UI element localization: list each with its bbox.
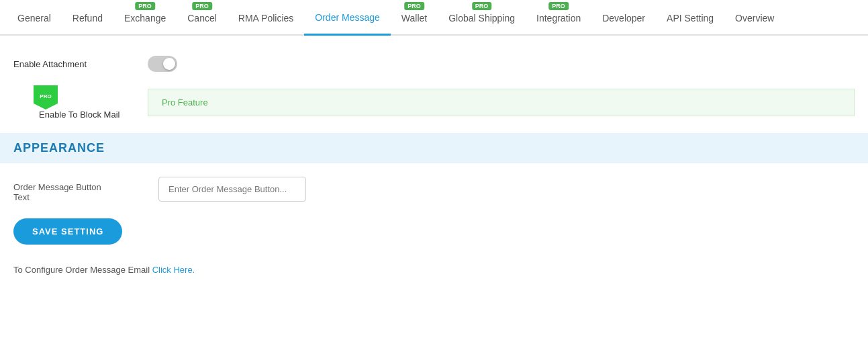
button-text-label: Order Message Button Text bbox=[13, 177, 148, 202]
nav-item-general[interactable]: General bbox=[7, 1, 62, 34]
nav-item-refund[interactable]: Refund bbox=[62, 1, 113, 34]
appearance-title: APPEARANCE bbox=[13, 141, 105, 155]
nav-item-integration[interactable]: PRO Integration bbox=[526, 1, 591, 34]
nav-item-exchange[interactable]: PRO Exchange bbox=[113, 1, 177, 34]
nav-item-overview[interactable]: Overview bbox=[724, 1, 785, 34]
save-setting-button[interactable]: SAVE SETTING bbox=[13, 218, 122, 245]
enable-block-mail-row: PRO Enable To Block Mail Pro Feature bbox=[13, 85, 855, 120]
pro-badge-wallet: PRO bbox=[404, 2, 424, 10]
nav-label-global-shipping: Global Shipping bbox=[448, 13, 515, 24]
nav-item-rma-policies[interactable]: RMA Policies bbox=[228, 1, 304, 34]
button-text-label-line2: Text bbox=[13, 192, 30, 202]
pro-badge-global-shipping: PRO bbox=[472, 2, 492, 10]
nav-item-api-setting[interactable]: API Setting bbox=[656, 1, 724, 34]
nav-label-api-setting: API Setting bbox=[667, 13, 714, 24]
appearance-section-header: APPEARANCE bbox=[0, 133, 868, 163]
nav-label-developer: Developer bbox=[602, 13, 645, 24]
footer-static-text: To Configure Order Message Email bbox=[13, 265, 152, 275]
nav-item-cancel[interactable]: PRO Cancel bbox=[177, 1, 228, 34]
pro-badge-integration: PRO bbox=[548, 2, 569, 10]
pro-feature-value: Pro Feature bbox=[148, 89, 855, 116]
pro-flag-text: PRO bbox=[40, 93, 51, 99]
nav-label-general: General bbox=[17, 13, 51, 24]
nav-label-overview: Overview bbox=[735, 13, 774, 24]
button-text-input[interactable] bbox=[158, 177, 306, 202]
enable-attachment-label: Enable Attachment bbox=[13, 59, 148, 69]
pro-flag: PRO bbox=[34, 85, 58, 110]
nav-item-global-shipping[interactable]: PRO Global Shipping bbox=[438, 1, 526, 34]
nav-label-refund: Refund bbox=[73, 13, 103, 24]
navigation-bar: General Refund PRO Exchange PRO Cancel R… bbox=[0, 0, 868, 36]
pro-feature-text: Pro Feature bbox=[162, 97, 208, 108]
enable-attachment-row: Enable Attachment bbox=[13, 56, 855, 72]
save-label: SAVE SETTING bbox=[32, 226, 103, 237]
footer-click-here-link[interactable]: Click Here. bbox=[152, 265, 195, 275]
nav-label-wallet: Wallet bbox=[401, 13, 427, 24]
nav-label-rma-policies: RMA Policies bbox=[238, 13, 293, 24]
nav-label-cancel: Cancel bbox=[187, 13, 217, 24]
nav-item-developer[interactable]: Developer bbox=[591, 1, 656, 34]
footer-link-text: Click Here. bbox=[152, 265, 195, 275]
pro-badge-exchange: PRO bbox=[135, 2, 155, 10]
footer-text: To Configure Order Message Email Click H… bbox=[13, 265, 855, 275]
toggle-thumb bbox=[163, 58, 175, 70]
page-content: Enable Attachment PRO Enable To Block Ma… bbox=[0, 36, 868, 288]
nav-label-order-message: Order Message bbox=[315, 12, 379, 23]
button-text-row: Order Message Button Text bbox=[13, 177, 855, 202]
nav-item-order-message[interactable]: Order Message bbox=[304, 0, 390, 36]
button-text-label-line1: Order Message Button bbox=[13, 182, 101, 192]
enable-block-mail-label: Enable To Block Mail bbox=[39, 110, 119, 120]
nav-item-wallet[interactable]: PRO Wallet bbox=[391, 1, 438, 34]
nav-label-exchange: Exchange bbox=[124, 13, 166, 24]
pro-badge-cancel: PRO bbox=[192, 2, 212, 10]
nav-label-integration: Integration bbox=[536, 13, 581, 24]
enable-block-mail-label-container: PRO Enable To Block Mail bbox=[13, 85, 148, 120]
enable-attachment-toggle[interactable] bbox=[148, 56, 177, 72]
